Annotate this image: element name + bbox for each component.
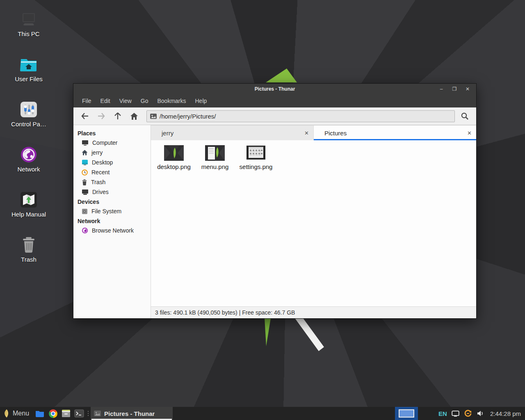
chrome-launcher[interactable] [46, 407, 59, 420]
sidebar-item-home-jerry[interactable]: jerry [73, 148, 151, 158]
search-icon [461, 112, 469, 120]
tab-pictures[interactable]: Pictures ✕ [314, 126, 476, 140]
menu-button-label: Menu [13, 410, 29, 417]
minimize-button[interactable]: – [437, 84, 446, 94]
sidebar-item-desktop[interactable]: Desktop [73, 158, 151, 167]
tab-close-icon[interactable]: ✕ [304, 126, 309, 140]
display-tray-icon[interactable] [452, 411, 459, 417]
tab-jerry[interactable]: jerry ✕ [151, 126, 314, 140]
menu-view[interactable]: View [115, 96, 136, 106]
menu-file[interactable]: File [78, 96, 96, 106]
workspace-window-preview [399, 409, 414, 418]
sidebar: Places Computer jerry Desktop Recent [73, 125, 151, 318]
sidebar-item-label: Recent [91, 169, 110, 176]
taskbar-window-label: Pictures - Thunar [104, 410, 155, 417]
sidebar-item-drives[interactable]: Drives [73, 187, 151, 197]
sidebar-item-label: Drives [92, 189, 109, 195]
sidebar-header-places: Places [73, 128, 151, 138]
status-text: 3 files: 490.1 kB (490,050 bytes) | Free… [155, 309, 295, 316]
file-menu-png[interactable]: menu.png [194, 145, 235, 170]
image-thumbnail [164, 145, 184, 161]
forward-button[interactable] [94, 110, 109, 123]
tab-label: Pictures [324, 130, 347, 137]
desktop-icon-user-files[interactable]: User Files [6, 52, 52, 98]
workspace-switcher[interactable] [395, 407, 418, 420]
sidebar-item-trash[interactable]: Trash [73, 177, 151, 187]
window-controls: – ❐ ✕ [437, 84, 472, 94]
sidebar-header-devices: Devices [73, 197, 151, 206]
home-folder-icon [19, 52, 38, 73]
desktop-launcher-icon [35, 410, 45, 418]
search-button[interactable] [457, 110, 473, 123]
taskbar-window-button[interactable]: Pictures - Thunar [91, 407, 173, 420]
update-manager-icon[interactable] [464, 409, 472, 418]
desktop-icon-grid: This PC User Files [6, 7, 52, 278]
menu-bookmarks[interactable]: Bookmarks [153, 96, 190, 106]
clock[interactable]: 2:44:28 pm [490, 410, 521, 417]
computer-icon [82, 140, 89, 146]
path-bar[interactable]: /home/jerry/Pictures/ [146, 110, 455, 122]
image-thumbnail [246, 145, 266, 161]
desktop-icon-control-panel[interactable]: Control Pa… [6, 98, 52, 143]
system-tray: EN 2:44:28 pm [438, 409, 525, 418]
sidebar-item-file-system[interactable]: File System [73, 206, 151, 216]
file-archive-launcher[interactable] [59, 407, 73, 420]
tab-close-icon[interactable]: ✕ [467, 126, 472, 140]
desktop-icon-label: Trash [21, 256, 37, 263]
desktop-icon-help-manual[interactable]: Help Manual [6, 188, 52, 233]
sidebar-header-network: Network [73, 216, 151, 226]
globe-icon [20, 143, 37, 163]
show-desktop-launcher[interactable] [33, 407, 46, 420]
back-button[interactable] [78, 110, 92, 123]
menu-help[interactable]: Help [191, 96, 212, 106]
current-path: /home/jerry/Pictures/ [160, 113, 216, 120]
sidebar-item-browse-network[interactable]: Browse Network [73, 226, 151, 235]
sliders-icon [20, 98, 38, 118]
back-icon [81, 112, 89, 120]
volume-icon[interactable] [477, 410, 484, 417]
window-titlebar[interactable]: Pictures - Thunar – ❐ ✕ [73, 84, 476, 94]
file-list-view[interactable]: desktop.png menu.png [151, 140, 476, 306]
forward-icon [97, 112, 105, 120]
desktop-icon-label: Control Pa… [11, 121, 46, 128]
menu-go[interactable]: Go [136, 96, 153, 106]
trash-icon [82, 179, 87, 185]
panel-grip-handle[interactable] [87, 407, 90, 420]
maximize-button[interactable]: ❐ [450, 84, 459, 94]
sidebar-item-label: File System [91, 208, 121, 215]
desktop-icon-trash[interactable]: Trash [6, 233, 52, 278]
drives-icon [82, 189, 89, 195]
folder-image-icon [150, 114, 157, 119]
menu-edit[interactable]: Edit [96, 96, 115, 106]
tab-label: jerry [162, 130, 173, 137]
menu-logo-icon [3, 409, 10, 418]
desktop-icon-label: User Files [15, 75, 43, 82]
terminal-icon [74, 409, 84, 418]
terminal-launcher[interactable] [73, 407, 86, 420]
sidebar-item-recent[interactable]: Recent [73, 167, 151, 177]
sidebar-item-computer[interactable]: Computer [73, 138, 151, 148]
file-name: menu.png [201, 163, 229, 170]
close-button[interactable]: ✕ [463, 84, 472, 94]
thunar-window: Pictures - Thunar – ❐ ✕ File Edit View G… [73, 83, 477, 319]
up-button[interactable] [110, 110, 125, 123]
clock-icon [82, 169, 88, 176]
home-icon [82, 150, 88, 155]
desktop-icon-label: Help Manual [11, 211, 46, 218]
desktop-icon-label: Network [17, 166, 40, 173]
trash-icon [21, 233, 37, 253]
desktop-icon-network[interactable]: Network [6, 143, 52, 188]
desktop-icon [82, 160, 88, 165]
sidebar-item-label: jerry [91, 149, 103, 156]
harddisk-icon [82, 208, 88, 215]
window-title: Pictures - Thunar [73, 86, 476, 92]
file-settings-png[interactable]: settings.png [235, 145, 276, 170]
file-name: desktop.png [157, 163, 191, 170]
keyboard-layout-indicator[interactable]: EN [438, 410, 447, 417]
home-button[interactable] [127, 110, 142, 123]
applications-menu-button[interactable]: Menu [0, 407, 33, 420]
globe-icon [82, 227, 88, 234]
desktop-icon-this-pc[interactable]: This PC [6, 7, 52, 52]
file-desktop-png[interactable]: desktop.png [153, 145, 194, 170]
thunar-task-icon [94, 411, 101, 416]
